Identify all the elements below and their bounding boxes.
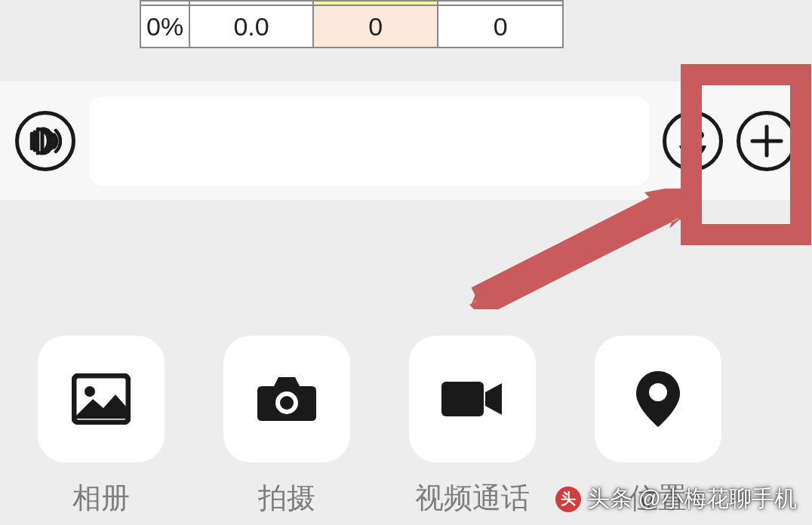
- camera-icon: [223, 336, 350, 462]
- svg-point-10: [85, 386, 95, 397]
- plus-button[interactable]: [737, 111, 797, 171]
- video-camera-icon: [409, 336, 536, 462]
- plus-icon: [748, 122, 786, 160]
- image-icon: [38, 336, 165, 462]
- table-image-snippet: 0% 0.0 0 0: [140, 0, 564, 48]
- table-cell: 0: [438, 5, 563, 48]
- watermark-logo: 头: [555, 487, 581, 512]
- attachment-camera[interactable]: 拍摄: [223, 336, 350, 517]
- attachment-label: 拍摄: [258, 479, 315, 517]
- message-input-bar: [0, 81, 812, 200]
- voice-icon: [29, 124, 62, 158]
- attachment-label: 视频通话: [415, 479, 530, 517]
- table-cell: 0%: [140, 5, 189, 48]
- location-pin-icon: [595, 336, 721, 462]
- emoji-icon: [670, 118, 715, 164]
- table-cell: 0.0: [189, 5, 313, 48]
- table-cell: 0: [313, 5, 438, 48]
- chat-message-area: 0% 0.0 0 0: [0, 0, 812, 81]
- attachment-album[interactable]: 相册: [38, 336, 165, 517]
- attachment-video-call[interactable]: 视频通话: [409, 336, 536, 517]
- svg-point-14: [649, 383, 667, 401]
- svg-point-0: [681, 131, 689, 139]
- message-input[interactable]: [89, 97, 649, 186]
- watermark: 头 头条 @小梅花聊手机: [555, 484, 797, 514]
- attachment-panel: 相册 拍摄 视频通话: [0, 200, 812, 525]
- svg-point-1: [697, 131, 704, 139]
- emoji-button[interactable]: [663, 111, 723, 171]
- watermark-account: @小梅花聊手机: [638, 484, 797, 514]
- watermark-prefix: 头条: [587, 484, 632, 514]
- attachment-label: 相册: [72, 479, 130, 517]
- voice-input-button[interactable]: [15, 111, 75, 171]
- svg-point-12: [280, 396, 294, 410]
- svg-rect-13: [441, 382, 484, 416]
